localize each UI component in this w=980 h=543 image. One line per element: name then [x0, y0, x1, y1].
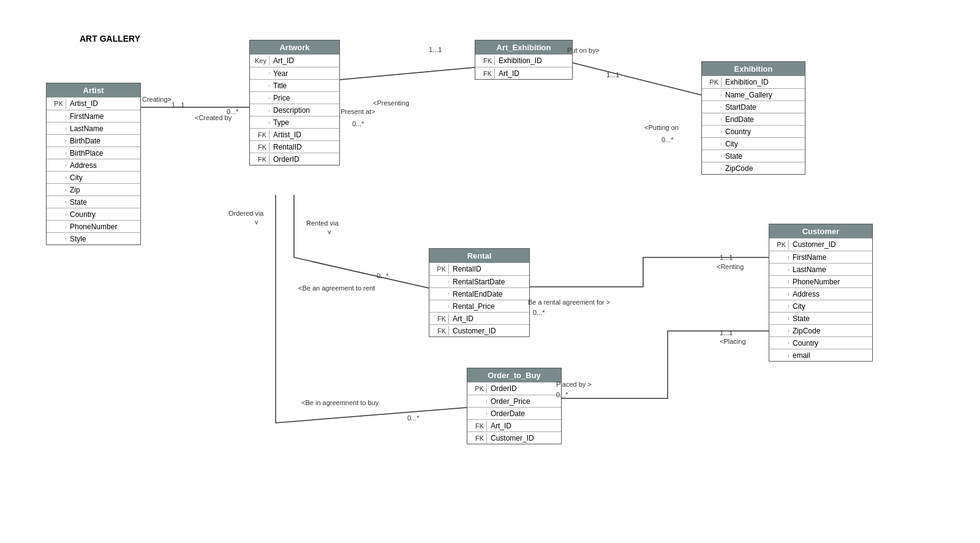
entity-artist-body: PKArtist_ID FirstName LastName BirthDate… — [47, 97, 140, 245]
label-putting-on: <Putting on — [644, 124, 679, 131]
entity-artwork: Artwork KeyArt_ID Year Title Price Descr… — [249, 40, 340, 165]
label-1-1-ex2: 1...1 — [606, 71, 619, 78]
label-0-star-artist-artwork: 0...* — [227, 108, 239, 115]
label-renting: <Renting — [717, 263, 744, 270]
entity-order-to-buy-header: Order_to_Buy — [467, 368, 561, 382]
entity-customer-body: PKCustomer_ID FirstName LastName PhoneNu… — [769, 238, 872, 361]
entity-exhibition-body: PKExhibition_ID Name_Gallery StartDate E… — [702, 76, 805, 174]
entity-exhibition: Exhibition PKExhibition_ID Name_Gallery … — [701, 61, 805, 175]
label-be-agreement-rent: <Be an agreement to rent — [298, 284, 375, 292]
svg-line-2 — [567, 61, 701, 95]
label-present-at: Present at> — [341, 108, 375, 115]
entity-order-to-buy: Order_to_Buy PKOrderID Order_Price Order… — [467, 368, 562, 444]
entity-exhibition-header: Exhibition — [702, 62, 805, 76]
label-placed-by: Placed by > — [556, 381, 592, 388]
label-creating: Creating> — [142, 96, 172, 103]
label-be-rental-for: Be a rental agreement for > — [528, 298, 610, 306]
svg-line-1 — [340, 67, 475, 80]
label-1-1-art-ex1: 1...1 — [429, 46, 442, 53]
entity-art-exhibition: Art_Exhibition FKExhibition_ID FKArt_ID — [475, 40, 573, 80]
entity-art-exhibition-body: FKExhibition_ID FKArt_ID — [475, 55, 572, 79]
label-1-1-cust-order: 1...1 — [720, 329, 733, 336]
label-placing: <Placing — [720, 338, 746, 345]
label-rented-via: Rented via — [306, 219, 339, 227]
entity-rental-header: Rental — [429, 249, 529, 263]
entity-customer-header: Customer — [769, 224, 872, 238]
label-rented-via2: v — [328, 228, 331, 235]
label-0-star-order2: 0...* — [407, 414, 420, 422]
entity-rental: Rental PKRentalID RentalStartDate Rental… — [429, 248, 530, 337]
label-1-1-artist-artwork: 1...1 — [172, 101, 184, 108]
entity-artwork-header: Artwork — [250, 40, 339, 55]
label-0-star-order: 0...* — [556, 391, 568, 398]
label-presenting: <Presenting — [373, 99, 409, 107]
entity-order-to-buy-body: PKOrderID Order_Price OrderDate FKArt_ID… — [467, 382, 561, 444]
label-ordered-via2: v — [255, 218, 258, 226]
diagram-title: ART GALLERY — [80, 34, 140, 44]
entity-rental-body: PKRentalID RentalStartDate RentalEndDate… — [429, 263, 529, 336]
label-0-star-rental: 0...* — [377, 272, 389, 279]
label-0-star-rental2: 0...* — [533, 309, 545, 316]
entity-artist: Artist PKArtist_ID FirstName LastName Bi… — [46, 83, 141, 245]
label-ordered-via: Ordered via — [228, 210, 263, 217]
label-0-star-ex: 0...* — [662, 136, 674, 143]
entity-artist-header: Artist — [47, 83, 140, 97]
label-put-on-by: Put on by> — [567, 47, 600, 54]
entity-customer: Customer PKCustomer_ID FirstName LastNam… — [769, 224, 873, 362]
label-1-1-cust-rent: 1...1 — [720, 254, 733, 261]
entity-art-exhibition-header: Art_Exhibition — [475, 40, 572, 55]
label-be-in-agreement: <Be in agreemnent to buy — [301, 399, 379, 406]
label-0-star-art-ex: 0...* — [352, 120, 364, 127]
entity-artwork-body: KeyArt_ID Year Title Price Description T… — [250, 55, 339, 165]
